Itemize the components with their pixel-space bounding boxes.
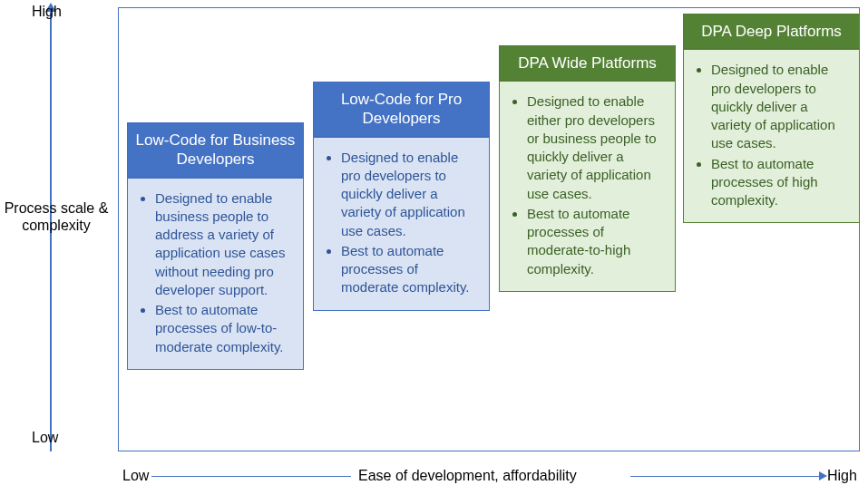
card-bullet: Best to automate processes of low-to-mod… — [155, 301, 292, 356]
card-title: Low-Code for Pro Developers — [313, 82, 490, 137]
card-title: DPA Wide Platforms — [499, 45, 676, 81]
x-axis-title: Ease of development, affordability — [358, 468, 577, 484]
card-bullet: Best to automate processes of moderate c… — [341, 242, 478, 297]
card-body: Designed to enable business people to ad… — [127, 178, 304, 370]
card-bullet: Designed to enable either pro developers… — [527, 92, 664, 203]
x-axis-arrow-right-icon — [630, 476, 821, 477]
card-bullet: Best to automate processes of moderate-t… — [527, 205, 664, 278]
card-dpa-deep: DPA Deep Platforms Designed to enable pr… — [683, 14, 860, 223]
card-bullet: Designed to enable business people to ad… — [155, 189, 292, 300]
card-bullet: Designed to enable pro developers to qui… — [711, 61, 848, 152]
y-axis-high-label: High — [32, 4, 62, 20]
x-axis-low-label: Low — [122, 468, 149, 484]
card-body: Designed to enable either pro developers… — [499, 81, 676, 292]
card-bullet: Best to automate processes of high compl… — [711, 155, 848, 210]
card-low-code-business: Low-Code for Business Developers Designe… — [127, 122, 304, 370]
y-axis-low-label: Low — [32, 430, 58, 446]
card-bullet: Designed to enable pro developers to qui… — [341, 149, 478, 240]
card-dpa-wide: DPA Wide Platforms Designed to enable ei… — [499, 45, 676, 292]
card-body: Designed to enable pro developers to qui… — [313, 137, 490, 311]
card-low-code-pro: Low-Code for Pro Developers Designed to … — [313, 82, 490, 311]
x-axis-high-label: High — [827, 468, 857, 484]
card-title: DPA Deep Platforms — [683, 14, 860, 49]
card-title: Low-Code for Business Developers — [127, 122, 304, 178]
x-axis-line-left-icon — [151, 476, 351, 477]
y-axis-title: Process scale & complexity — [2, 199, 111, 234]
card-body: Designed to enable pro developers to qui… — [683, 49, 860, 223]
